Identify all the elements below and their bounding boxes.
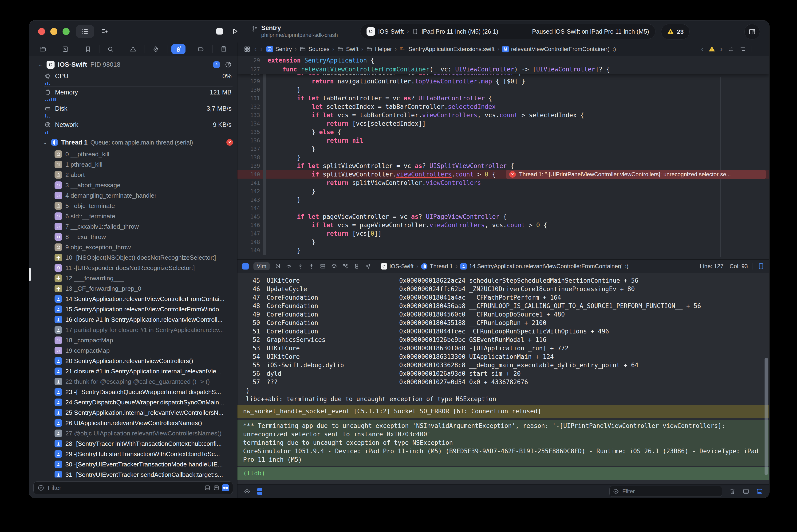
line-number[interactable]: 146 — [238, 221, 260, 229]
navigator-tab-find[interactable] — [99, 42, 122, 56]
step-into-icon[interactable] — [297, 263, 303, 269]
stack-frame-30[interactable]: 30 -[SentryUIEventTrackerTransactionMode… — [55, 459, 237, 470]
minimize-window-button[interactable] — [50, 28, 57, 35]
editor-options-icon[interactable] — [739, 46, 746, 52]
code-line-29[interactable]: 29extension SentryApplication { — [238, 56, 769, 65]
runtime-issues-icon[interactable] — [353, 263, 360, 269]
view-layers-icon[interactable] — [331, 263, 337, 269]
code-line-133[interactable]: 133 if let vcs = tabBarController.viewCo… — [238, 111, 769, 119]
filter-field[interactable]: Filter — [33, 481, 233, 494]
line-number[interactable]: 140 — [238, 170, 260, 178]
code-line-147[interactable]: 147 return [vcs[0]] — [238, 229, 769, 238]
gauge-disk[interactable]: Disk3,7 MB/s — [44, 103, 233, 119]
scheme-name[interactable]: iOS-Swift — [378, 28, 404, 35]
source-editor[interactable]: 29extension SentryApplication {127 func … — [238, 56, 769, 260]
stack-frame-1[interactable]: 1 pthread_kill — [55, 159, 237, 170]
next-issue-button[interactable]: › — [720, 45, 722, 53]
code-line-140[interactable]: 140 if splitViewController.viewControlle… — [238, 170, 769, 178]
stack-frame-26[interactable]: 26 UIApplication.relevantViewControllers… — [55, 418, 237, 428]
breakpoints-toggle-icon[interactable] — [242, 263, 249, 269]
jumpbar-item[interactable]: Helper — [366, 46, 392, 52]
line-number[interactable]: 136 — [238, 136, 260, 145]
line-number[interactable]: 137 — [238, 145, 260, 153]
code-line-132[interactable]: 132 let selectedIndex = tabBarController… — [238, 102, 769, 111]
inspector-toggle-button[interactable] — [744, 24, 760, 39]
continue-icon[interactable] — [274, 263, 281, 269]
debug-breadcrumb-item[interactable]: Thread 1 — [421, 263, 453, 269]
code-line-127[interactable]: 127 func relevantViewControllerFromConta… — [238, 65, 769, 74]
error-annotation[interactable]: ✕Thread 1: "-[UIPrintPanelViewController… — [506, 170, 766, 179]
console-panel-icon[interactable] — [756, 488, 763, 495]
stack-frame-29[interactable]: 29 -[SentryHub startTransactionWithConte… — [55, 449, 237, 459]
navigator-tab-source-control[interactable] — [54, 42, 77, 56]
run-destination[interactable]: iPad Pro 11-inch (M5) (26.1) — [422, 28, 498, 35]
stack-frame-8[interactable]: 8 __cxa_throw — [55, 232, 237, 242]
navigator-tab-project[interactable] — [32, 42, 54, 56]
console-scrollbar[interactable] — [764, 358, 768, 475]
gauge-outline-icon[interactable] — [224, 61, 232, 69]
code-line-130[interactable]: 130 } — [238, 86, 769, 94]
trash-icon[interactable] — [729, 488, 736, 495]
stack-frame-12[interactable]: 12 ___forwarding___ — [55, 273, 237, 283]
gauge-filled-icon[interactable] — [213, 61, 220, 69]
line-number[interactable]: 138 — [238, 153, 260, 162]
line-number[interactable]: 148 — [238, 238, 260, 246]
navigator-tab-breakpoints[interactable] — [190, 42, 212, 56]
code-line-134[interactable]: 134 return [vcs[selectedIndex]] — [238, 119, 769, 128]
variables-view-eye-icon[interactable] — [244, 488, 251, 495]
code-line-131[interactable]: 131 if let tabBarController = vc as? UIT… — [238, 94, 769, 102]
stack-frame-21[interactable]: 21 closure #1 in SentryApplication.inter… — [55, 366, 237, 377]
stack-frame-31[interactable]: 31 -[SentryUIEventTracker sendActionCall… — [55, 470, 237, 477]
line-number[interactable]: 129 — [238, 77, 260, 86]
jumpbar-item[interactable]: Swift — [337, 46, 358, 52]
memory-graph-icon[interactable] — [342, 263, 349, 269]
code-line-138[interactable]: 138 } — [238, 153, 769, 162]
process-row[interactable]: ⌄ iOS-Swift PID 98018 — [29, 59, 237, 71]
stack-frame-3[interactable]: 3 __abort_message — [55, 180, 237, 190]
navigator-tab-tests[interactable] — [145, 42, 167, 56]
line-number[interactable]: 130 — [238, 86, 260, 94]
line-number[interactable]: 141 — [238, 178, 260, 187]
navigator-tab-bookmarks[interactable] — [77, 42, 99, 56]
lldb-prompt[interactable]: (lldb) — [238, 467, 769, 480]
code-line-144[interactable]: 144 — [238, 204, 769, 212]
run-button[interactable] — [231, 27, 239, 35]
line-number[interactable]: 135 — [238, 128, 260, 136]
gauge-network[interactable]: Network9 KB/s — [44, 119, 233, 135]
swap-editor-icon[interactable] — [728, 46, 734, 52]
add-editor-icon[interactable] — [757, 46, 763, 52]
thread-row[interactable]: ⌄ Thread 1 Queue: com.apple.main-thread … — [29, 137, 237, 148]
grouping-toggle-icon[interactable] — [222, 484, 229, 491]
line-number[interactable]: 143 — [238, 195, 260, 204]
jumpbar-item[interactable]: Sentry — [266, 46, 292, 52]
chevron-down-icon[interactable]: ⌄ — [38, 62, 43, 68]
step-out-icon[interactable] — [308, 263, 315, 269]
device-icon[interactable] — [758, 263, 764, 270]
code-line-142[interactable]: 142 } — [238, 187, 769, 195]
code-line-149[interactable]: 149 } — [238, 246, 769, 255]
close-window-button[interactable] — [38, 28, 45, 35]
stack-frame-14[interactable]: 14 SentryApplication.relevantViewControl… — [55, 294, 237, 304]
code-line-141[interactable]: 141 return splitViewController.viewContr… — [238, 178, 769, 187]
stack-frame-16[interactable]: 16 closure #1 in SentryApplication.relev… — [55, 315, 237, 325]
code-line-136[interactable]: 136 return nil — [238, 136, 769, 145]
stack-frame-4[interactable]: 4 demangling_terminate_handler — [55, 190, 237, 201]
jumpbar-item[interactable]: Sources — [299, 46, 330, 52]
stack-frame-9[interactable]: 9 objc_exception_throw — [55, 242, 237, 252]
stack-frame-25[interactable]: 25 SentryApplication.internal_relevantVi… — [55, 407, 237, 418]
code-line-129[interactable]: 129 return navigationController.topViewC… — [238, 77, 769, 86]
debug-breadcrumb-item[interactable]: 14 SentryApplication.relevantViewControl… — [460, 263, 628, 269]
line-number[interactable]: 147 — [238, 229, 260, 238]
forward-button[interactable]: › — [260, 45, 262, 53]
stack-frame-11[interactable]: 11 -[UIResponder doesNotRecognizeSelecto… — [55, 263, 237, 273]
step-over-icon[interactable] — [286, 263, 292, 269]
stack-frame-28[interactable]: 28 -[SentryTracer initWithTransactionCon… — [55, 438, 237, 449]
related-items-icon[interactable] — [244, 45, 251, 53]
chevron-down-icon[interactable]: ⌄ — [42, 139, 48, 145]
code-line-135[interactable]: 135 } else { — [238, 128, 769, 136]
code-line-128[interactable]: 128 if let navigationController = vc as?… — [238, 74, 769, 77]
back-button[interactable]: ‹ — [254, 45, 257, 53]
scheme-selector[interactable]: iOS-Swift › iPad Pro 11-inch (M5) (26.1)… — [360, 24, 655, 39]
location-icon[interactable] — [365, 263, 371, 269]
stack-frame-20[interactable]: 20 SentryApplication.relevantviewControl… — [55, 356, 237, 366]
